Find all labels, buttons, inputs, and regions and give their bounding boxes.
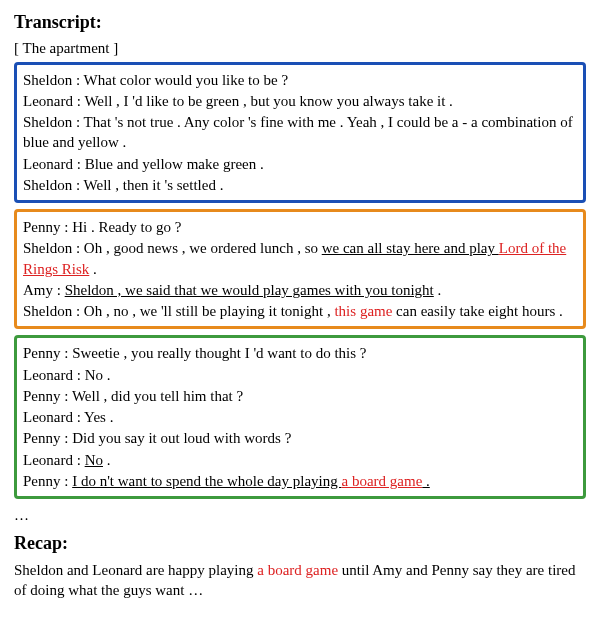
dialog-text: . — [434, 282, 442, 298]
dialog-line: Sheldon : Oh , good news , we ordered lu… — [23, 238, 577, 279]
key-phrase: a board game — [342, 473, 423, 489]
dialog-text: Did you say it out loud with words ? — [72, 430, 291, 446]
speaker-label: Penny : — [23, 430, 72, 446]
speaker-label: Penny : — [23, 345, 72, 361]
speaker-label: Sheldon : — [23, 303, 84, 319]
dialog-text: Sweetie , you really thought I 'd want t… — [72, 345, 366, 361]
dialog-line: Sheldon : Oh , no , we 'll still be play… — [23, 301, 577, 321]
dialog-text: . — [89, 261, 97, 277]
dialog-line: Leonard : No . — [23, 450, 577, 470]
speaker-label: Leonard : — [23, 93, 84, 109]
segment-2: Penny : Hi . Ready to go ? Sheldon : Oh … — [14, 209, 586, 329]
dialog-text: Well , did you tell him that ? — [72, 388, 243, 404]
speaker-label: Penny : — [23, 388, 72, 404]
dialog-line: Sheldon : That 's not true . Any color '… — [23, 112, 577, 153]
speaker-label: Leonard : — [23, 452, 85, 468]
dialog-line: Sheldon : Well , then it 's settled . — [23, 175, 577, 195]
dialog-text: What color would you like to be ? — [84, 72, 289, 88]
dialog-line: Leonard : Yes . — [23, 407, 577, 427]
dialog-line: Leonard : No . — [23, 365, 577, 385]
dialog-text: Hi . Ready to go ? — [72, 219, 181, 235]
key-phrase: this game — [334, 303, 392, 319]
ellipsis: … — [14, 505, 586, 525]
dialog-text: Well , then it 's settled . — [84, 177, 224, 193]
recap-body: Sheldon and Leonard are happy playing a … — [14, 560, 586, 601]
highlighted-span: I do n't want to spend the whole day pla… — [72, 473, 341, 489]
key-phrase: a board game — [257, 562, 338, 578]
dialog-line: Leonard : Blue and yellow make green . — [23, 154, 577, 174]
segment-1: Sheldon : What color would you like to b… — [14, 62, 586, 204]
speaker-label: Amy : — [23, 282, 65, 298]
dialog-line: Leonard : Well , I 'd like to be green ,… — [23, 91, 577, 111]
dialog-text: That 's not true . Any color 's fine wit… — [23, 114, 573, 150]
speaker-label: Leonard : — [23, 156, 85, 172]
dialog-line: Sheldon : What color would you like to b… — [23, 70, 577, 90]
highlighted-span: we can all stay here and play — [322, 240, 499, 256]
highlighted-span: No — [85, 452, 103, 468]
dialog-text: Oh , no , we 'll still be playing it ton… — [84, 303, 335, 319]
recap-heading: Recap: — [14, 531, 586, 555]
dialog-line: Penny : Did you say it out loud with wor… — [23, 428, 577, 448]
highlighted-span: . — [422, 473, 430, 489]
dialog-text: . — [103, 452, 111, 468]
speaker-label: Sheldon : — [23, 72, 84, 88]
dialog-line: Penny : Well , did you tell him that ? — [23, 386, 577, 406]
dialog-text: Well , I 'd like to be green , but you k… — [84, 93, 453, 109]
dialog-line: Penny : Sweetie , you really thought I '… — [23, 343, 577, 363]
speaker-label: Penny : — [23, 219, 72, 235]
dialog-text: Oh , good news , we ordered lunch , so — [84, 240, 322, 256]
speaker-label: Leonard : — [23, 409, 84, 425]
recap-text: Sheldon and Leonard are happy playing — [14, 562, 257, 578]
dialog-text: can easily take eight hours . — [392, 303, 562, 319]
speaker-label: Sheldon : — [23, 240, 84, 256]
dialog-text: No . — [85, 367, 111, 383]
speaker-label: Sheldon : — [23, 177, 84, 193]
dialog-text: Blue and yellow make green . — [85, 156, 264, 172]
segment-3: Penny : Sweetie , you really thought I '… — [14, 335, 586, 499]
highlighted-span: Sheldon , we said that we would play gam… — [65, 282, 434, 298]
speaker-label: Leonard : — [23, 367, 85, 383]
dialog-line: Penny : Hi . Ready to go ? — [23, 217, 577, 237]
dialog-line: Amy : Sheldon , we said that we would pl… — [23, 280, 577, 300]
speaker-label: Penny : — [23, 473, 72, 489]
speaker-label: Sheldon : — [23, 114, 84, 130]
transcript-heading: Transcript: — [14, 10, 586, 34]
dialog-line: Penny : I do n't want to spend the whole… — [23, 471, 577, 491]
scene-label: [ The apartment ] — [14, 38, 586, 58]
dialog-text: Yes . — [84, 409, 113, 425]
